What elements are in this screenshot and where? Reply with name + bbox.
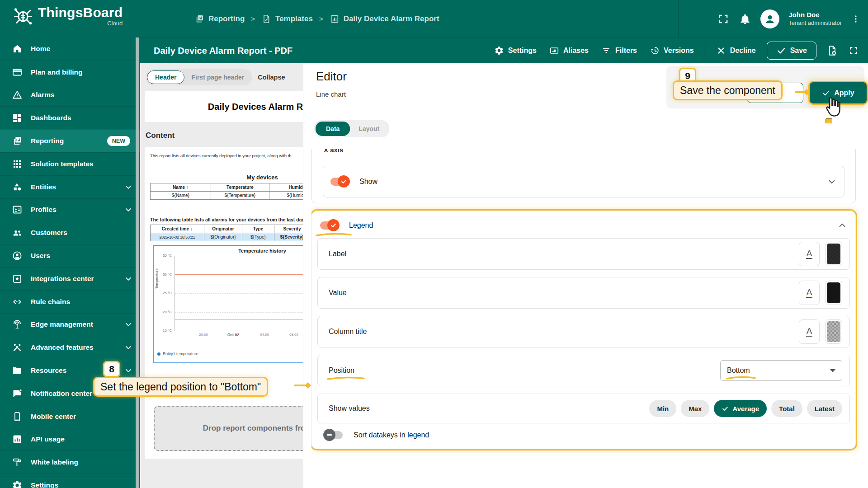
versions-button[interactable]: Versions	[644, 42, 699, 59]
legend-toggle[interactable]	[320, 221, 338, 230]
breadcrumb-item-reporting[interactable]: Reporting	[194, 14, 245, 24]
sidebar-item-customers[interactable]: Customers	[0, 221, 140, 244]
show-values-chip-latest[interactable]: Latest	[807, 400, 842, 417]
color-swatch-button[interactable]	[825, 281, 842, 305]
show-values-chip-total[interactable]: Total	[771, 400, 802, 417]
fullscreen-icon[interactable]	[848, 45, 859, 56]
avatar[interactable]	[760, 9, 779, 28]
table-header[interactable]: Severity	[274, 225, 303, 233]
show-values-chip-min[interactable]: Min	[649, 400, 676, 417]
sidebar-item-edge-management[interactable]: Edge management	[0, 313, 140, 336]
sidebar-item-reporting[interactable]: ReportingNEW	[0, 129, 140, 152]
font-settings-button[interactable]: A	[799, 242, 820, 266]
x-tick-label: 20:00	[199, 333, 208, 337]
breadcrumb-label: Reporting	[208, 14, 245, 23]
step-8-badge: 8	[103, 361, 120, 377]
chevron-down-icon[interactable]	[827, 177, 837, 187]
position-select[interactable]: Bottom	[720, 360, 842, 381]
user-name: John Doe	[788, 11, 842, 19]
tab-layout[interactable]: Layout	[350, 122, 388, 136]
font-settings-button[interactable]: A	[799, 319, 820, 344]
legend-dot-icon	[157, 352, 160, 356]
table-header[interactable]: Originator	[204, 225, 242, 233]
tab-header[interactable]: Header	[147, 70, 184, 84]
table-header[interactable]: Humidity	[269, 183, 303, 192]
color-swatch-button[interactable]	[825, 319, 842, 344]
sidebar-item-integrations-center[interactable]: Integrations center	[0, 267, 140, 290]
chevron-down-icon	[124, 366, 133, 375]
paint-roller-icon	[12, 457, 23, 468]
sidebar-item-mobile-center[interactable]: Mobile center	[0, 405, 140, 428]
sidebar-item-settings[interactable]: Settings	[0, 474, 140, 488]
sidebar-item-entities[interactable]: Entities	[0, 175, 140, 198]
filters-button[interactable]: Filters	[596, 42, 642, 59]
table-header[interactable]: Type	[242, 225, 274, 233]
table-header[interactable]: Created time↓	[151, 225, 204, 233]
x-axis-show-toggle[interactable]	[330, 178, 349, 186]
new-badge: NEW	[107, 136, 130, 146]
filter-icon	[601, 46, 611, 56]
close-x-icon	[716, 46, 726, 56]
tab-data[interactable]: Data	[316, 122, 350, 136]
sidebar-item-label: Solution templates	[31, 160, 133, 168]
check-icon	[722, 405, 729, 412]
aliases-button[interactable]: Aliases	[544, 42, 594, 59]
fullscreen-icon[interactable]	[717, 13, 730, 25]
editor-scroll-area[interactable]: X axis Show Legend	[311, 149, 860, 488]
topbar-divider	[678, 0, 679, 38]
sidebar-item-users[interactable]: Users	[0, 244, 140, 267]
x-tick-label: 08:00	[289, 333, 298, 337]
breadcrumb-separator: >	[319, 15, 323, 23]
sidebar-item-alarms[interactable]: Alarms	[0, 84, 140, 107]
sidebar-item-profiles[interactable]: Profiles	[0, 198, 140, 221]
sidebar-item-api-usage[interactable]: API usage	[0, 428, 140, 451]
collapse-button[interactable]: Collapse	[258, 74, 285, 81]
sidebar-item-white-labeling[interactable]: White labeling	[0, 450, 140, 474]
hand-cursor-icon	[824, 96, 843, 118]
tab-first-page-header[interactable]: First page header	[184, 71, 251, 84]
font-settings-button[interactable]: A	[799, 281, 820, 305]
legend-row-column-title: Column titleA	[317, 316, 850, 347]
drop-zone[interactable]: Drop report components from here	[154, 406, 303, 451]
chart-series-line	[175, 319, 303, 320]
chart-gridline	[175, 293, 303, 294]
breadcrumb-item-daily-device-alarm-report[interactable]: Daily Device Alarm Report	[330, 14, 439, 24]
sidebar-item-dashboards[interactable]: Dashboards	[0, 106, 140, 129]
table-header[interactable]: Temperature	[211, 183, 269, 192]
sidebar-item-home[interactable]: Home	[0, 38, 140, 61]
editor-subtitle: Line chart	[316, 90, 346, 98]
devices-table[interactable]: Name↑TemperatureHumidity${Name}${Tempera…	[150, 183, 303, 200]
color-swatch-button[interactable]	[825, 242, 842, 266]
gear-icon	[494, 46, 504, 56]
preview-document-icon[interactable]	[826, 45, 838, 56]
sidebar-scrollbar[interactable]	[136, 38, 139, 488]
save-button[interactable]: Save	[767, 42, 816, 60]
sidebar-item-rule-chains[interactable]: Rule chains	[0, 290, 140, 313]
show-values-chip-average[interactable]: Average	[714, 400, 767, 417]
chevron-up-icon[interactable]	[837, 221, 847, 230]
settings-button[interactable]: Settings	[489, 42, 542, 59]
x-axis-show-row: Show	[323, 166, 844, 197]
legend-row-value: ValueA	[317, 277, 850, 309]
sidebar-item-advanced-features[interactable]: Advanced features	[0, 336, 140, 359]
breadcrumb-item-templates[interactable]: Templates	[261, 14, 313, 24]
sidebar-item-plan-and-billing[interactable]: Plan and billing	[0, 61, 140, 84]
notifications-bell-icon[interactable]	[739, 13, 751, 25]
sidebar-item-label: Plan and billing	[31, 68, 133, 76]
legend-section: Legend LabelAValueAColumn titleA Positio…	[311, 211, 856, 449]
table-header[interactable]: Name↑	[151, 183, 211, 192]
decline-button[interactable]: Decline	[711, 42, 761, 59]
line-chart-component[interactable]: Temperature history Temperature Entity1 …	[153, 245, 303, 363]
table-cell: ${Type}	[242, 233, 274, 241]
chevron-down-icon	[124, 183, 133, 192]
show-values-chip-max[interactable]: Max	[681, 400, 709, 417]
sidebar-item-label: Advanced features	[31, 343, 124, 352]
report-header-section[interactable]: Daily Devices Alarm Report	[145, 91, 303, 122]
thingsboard-logo[interactable]: ThingsBoard Cloud	[13, 5, 123, 26]
sidebar-item-solution-templates[interactable]: Solution templates	[0, 152, 140, 175]
alarms-table[interactable]: Created time↓OriginatorTypeSeverity2025-…	[150, 225, 303, 241]
user-block[interactable]: John Doe Tenant administrator	[788, 11, 842, 27]
sort-datakeys-toggle[interactable]	[325, 431, 343, 439]
folder-icon	[12, 365, 23, 376]
kebab-menu-icon[interactable]	[851, 13, 861, 25]
